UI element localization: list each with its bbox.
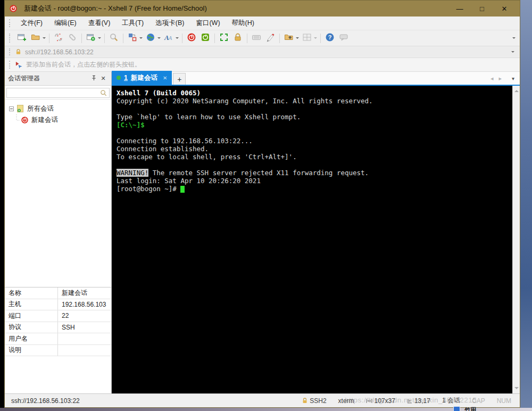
search-input[interactable] <box>6 88 110 98</box>
tab-scroll-left-icon[interactable]: ◂ <box>488 75 496 82</box>
find-button[interactable] <box>107 32 120 45</box>
property-row[interactable]: 协议SSH <box>5 322 111 334</box>
new-folder-icon <box>284 32 294 44</box>
titlebar[interactable]: 新建会话 - root@bogon:~ - Xshell 7 (Free for… <box>5 1 520 17</box>
address-dropdown-icon[interactable] <box>511 51 514 54</box>
tile-windows-button[interactable] <box>301 32 313 45</box>
xshell-button[interactable] <box>185 32 198 45</box>
search-icon[interactable] <box>100 89 107 98</box>
web-browser-dropdown-icon[interactable] <box>157 37 161 40</box>
font-icon: AA <box>164 32 173 44</box>
new-folder-dropdown-icon[interactable] <box>296 37 299 40</box>
status-item-num[interactable]: NUM <box>497 397 511 405</box>
font-dropdown-icon[interactable] <box>176 37 179 40</box>
tab-new-session[interactable]: 1 新建会话 ✕ <box>112 71 172 85</box>
session-properties-button[interactable] <box>85 32 97 45</box>
highlight-pen-button[interactable] <box>264 32 277 45</box>
lock-icon <box>302 398 307 404</box>
xftp-button[interactable] <box>199 32 212 45</box>
property-row[interactable]: 名称新建会话 <box>5 287 111 299</box>
menu-item[interactable]: 文件(F) <box>15 17 48 30</box>
minimize-button[interactable]: — <box>448 5 471 13</box>
menu-item[interactable]: 帮助(H) <box>226 17 260 30</box>
web-browser-button[interactable] <box>144 32 157 45</box>
tree-expander-icon[interactable] <box>9 106 14 111</box>
status-item-107x37[interactable]: 107x37 <box>366 397 395 405</box>
full-screen-button[interactable] <box>218 32 230 45</box>
compose-bar-icon <box>128 32 137 44</box>
open-session-dropdown-icon[interactable] <box>43 37 46 40</box>
session-xshell-icon <box>21 116 29 124</box>
new-session-button[interactable] <box>15 32 28 45</box>
help-button[interactable]: ? <box>323 32 336 45</box>
compose-bar-dropdown-icon[interactable] <box>139 37 143 40</box>
virtual-keyboard-button[interactable] <box>250 32 263 45</box>
menu-item[interactable]: 选项卡(B) <box>149 17 190 30</box>
session-search <box>5 86 111 100</box>
font-button[interactable]: AA <box>162 32 175 45</box>
tab-close-icon[interactable]: ✕ <box>163 75 167 81</box>
toolbar-separator <box>104 34 105 43</box>
info-grip[interactable] <box>9 61 11 69</box>
toolbar-overflow-icon[interactable] <box>512 37 516 40</box>
property-row[interactable]: 说明 <box>5 345 111 357</box>
property-row[interactable]: 用户名 <box>5 333 111 345</box>
close-button[interactable]: ✕ <box>493 5 516 13</box>
add-session-arrow-icon[interactable] <box>15 61 23 69</box>
status-item-label: 107x37 <box>375 397 395 405</box>
new-tab-button[interactable]: + <box>173 73 186 85</box>
address-bar[interactable]: ssh://192.168.56.103:22 <box>5 46 520 58</box>
desktop-shortcut-icon <box>453 406 460 411</box>
status-item-label: 13,17 <box>414 397 430 405</box>
address-input[interactable]: ssh://192.168.56.103:22 <box>25 48 511 56</box>
scroll-down-icon[interactable] <box>514 387 519 391</box>
property-label: 名称 <box>5 287 58 299</box>
maximize-button[interactable]: □ <box>471 5 493 13</box>
tree-item-all-sessions[interactable]: 所有会话 <box>9 103 111 114</box>
menu-item[interactable]: 工具(T) <box>116 17 149 30</box>
status-item-xterm[interactable]: xterm <box>338 397 354 405</box>
tile-windows-dropdown-icon[interactable] <box>314 37 317 40</box>
reconnect-button[interactable] <box>66 32 79 45</box>
new-folder-button[interactable] <box>282 32 295 45</box>
tab-list-dropdown-icon[interactable]: ▾ <box>504 76 520 81</box>
terminal-line: Last login: Sat Apr 10 20:26:20 2021 <box>117 177 509 185</box>
open-session-button[interactable] <box>29 32 42 45</box>
compose-bar-button[interactable] <box>126 32 139 45</box>
menu-grip[interactable] <box>9 19 11 27</box>
property-row[interactable]: 主机192.168.56.103 <box>5 299 111 311</box>
disconnect-button[interactable] <box>52 32 65 45</box>
toolbar-separator <box>81 34 82 43</box>
property-value: 新建会话 <box>58 289 87 298</box>
tab-index: 1 <box>124 74 128 81</box>
session-properties-dropdown-icon[interactable] <box>98 37 101 40</box>
session-properties-icon <box>86 32 96 44</box>
xshell-window: 新建会话 - root@bogon:~ - Xshell 7 (Free for… <box>4 0 520 408</box>
tree-item-new-session[interactable]: 新建会话 <box>9 114 111 126</box>
address-grip[interactable] <box>9 48 11 55</box>
status-item-ssh2[interactable]: SSH2 <box>302 397 326 405</box>
panel-close-icon[interactable]: ✕ <box>98 75 108 82</box>
terminal[interactable]: Xshell 7 (Build 0065)Copyright (c) 2020 … <box>112 86 520 393</box>
terminal-line: [C:\~]$ <box>117 121 509 129</box>
property-row[interactable]: 端口22 <box>5 310 111 322</box>
lock-icon <box>233 32 243 44</box>
property-label: 协议 <box>5 322 58 333</box>
info-text: 要添加当前会话，点击左侧的箭头按钮。 <box>26 60 141 69</box>
menu-item[interactable]: 编辑(E) <box>48 17 82 30</box>
menu-item[interactable]: 查看(V) <box>82 17 117 30</box>
tab-scroll-right-icon[interactable]: ▸ <box>496 75 504 82</box>
find-icon <box>109 32 119 44</box>
menu-item[interactable]: 窗口(W) <box>190 17 226 30</box>
status-item-1-[interactable]: 1 会话 <box>442 396 460 405</box>
status-items: SSH2xterm107x3713,171 会话CAPNUM <box>302 396 511 405</box>
lock-screen-button[interactable] <box>231 32 244 45</box>
feedback-button[interactable] <box>337 32 350 45</box>
status-item-cap[interactable]: CAP <box>472 397 485 405</box>
toolbar-grip[interactable] <box>9 34 11 43</box>
status-item-13-17[interactable]: 13,17 <box>407 397 430 405</box>
terminal-line: [root@bogon ~]# <box>117 185 509 193</box>
pin-icon[interactable] <box>89 75 98 82</box>
terminal-scrollbar[interactable] <box>512 86 520 393</box>
scroll-up-icon[interactable] <box>514 88 519 92</box>
